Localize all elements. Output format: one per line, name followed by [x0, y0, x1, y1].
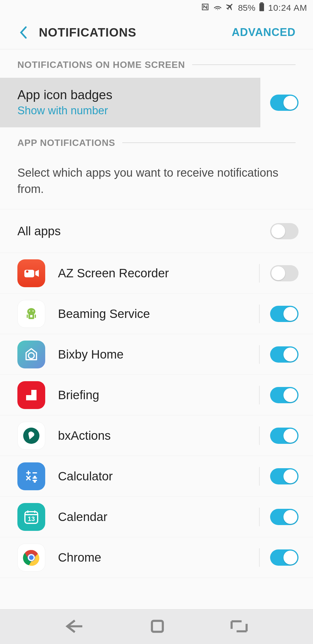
badges-title: App icon badges: [17, 88, 243, 102]
divider: [259, 386, 260, 404]
app-toggle[interactable]: [270, 509, 299, 525]
app-name: Chrome: [58, 551, 259, 565]
app-name: Beaming Service: [58, 307, 259, 321]
app-icon: [17, 422, 45, 450]
list-item[interactable]: Beaming Service: [0, 293, 313, 334]
app-toggle[interactable]: [270, 468, 299, 484]
app-name: bxActions: [58, 429, 259, 443]
divider: [259, 508, 260, 526]
nav-recents-button[interactable]: [230, 620, 249, 634]
svg-rect-9: [35, 314, 36, 318]
wifi-icon: [213, 2, 222, 14]
svg-rect-23: [152, 621, 163, 632]
app-icon: [17, 259, 45, 287]
airplane-icon: [226, 3, 234, 13]
app-icon: [17, 300, 45, 328]
app-icon: [17, 544, 45, 571]
svg-point-7: [32, 310, 34, 312]
app-name: AZ Screen Recorder: [58, 266, 259, 280]
app-toggle[interactable]: [270, 306, 299, 322]
divider: [122, 142, 296, 143]
divider: [259, 467, 260, 486]
section-app-notifications: APP NOTIFICATIONS: [0, 130, 313, 156]
app-icon: [17, 341, 45, 368]
list-item[interactable]: Briefing: [0, 375, 313, 415]
app-icon: [17, 578, 45, 589]
svg-point-3: [26, 270, 28, 273]
content: NOTIFICATIONS ON HOME SCREEN App icon ba…: [0, 49, 313, 609]
app-toggle[interactable]: [270, 428, 299, 444]
divider: [259, 426, 260, 445]
list-item[interactable]: AZ Screen Recorder: [0, 253, 313, 293]
app-icon: 13: [17, 503, 45, 531]
badges-toggle[interactable]: [270, 95, 299, 111]
divider: [259, 264, 260, 283]
badges-subtitle: Show with number: [17, 104, 243, 117]
app-toggle[interactable]: [270, 346, 299, 363]
app-icon: [17, 381, 45, 409]
svg-point-11: [28, 353, 34, 359]
svg-rect-2: [24, 270, 34, 277]
nav-back-button[interactable]: [64, 619, 85, 635]
app-name: Calendar: [58, 510, 259, 524]
list-item[interactable]: bxActions: [0, 415, 313, 456]
app-name: Bixby Home: [58, 348, 259, 361]
svg-rect-13: [26, 390, 31, 395]
app-icon: [17, 462, 45, 490]
list-item[interactable]: Bixby Home: [0, 334, 313, 375]
section-home-screen: NOTIFICATIONS ON HOME SCREEN: [0, 52, 313, 78]
svg-text:13: 13: [28, 515, 35, 522]
svg-point-16: [34, 481, 35, 482]
nfc-icon: [201, 3, 210, 13]
list-item[interactable]: Calculator: [0, 456, 313, 496]
status-bar: 85% 10:24 AM: [0, 0, 313, 16]
advanced-button[interactable]: ADVANCED: [232, 26, 296, 39]
all-apps-toggle[interactable]: [270, 223, 299, 239]
app-name: Calculator: [58, 469, 259, 483]
divider: [259, 305, 260, 323]
helper-text: Select which apps you want to receive no…: [0, 156, 313, 209]
divider: [259, 548, 260, 567]
app-name: Briefing: [58, 388, 259, 402]
all-apps-row[interactable]: All apps: [0, 209, 313, 253]
list-item[interactable]: 13Calendar: [0, 496, 313, 537]
list-item[interactable]: [0, 578, 313, 589]
svg-rect-0: [259, 3, 264, 11]
svg-rect-1: [260, 2, 263, 3]
clock-text: 10:24 AM: [268, 3, 307, 13]
all-apps-label: All apps: [17, 224, 270, 238]
app-toggle[interactable]: [270, 265, 299, 281]
svg-point-15: [34, 476, 35, 477]
app-toggle[interactable]: [270, 387, 299, 403]
navigation-bar: [0, 609, 313, 644]
app-icon-badges-row: App icon badges Show with number: [0, 78, 313, 127]
battery-text: 85%: [238, 3, 255, 13]
svg-rect-10: [30, 315, 32, 317]
divider: [259, 345, 260, 364]
app-toggle[interactable]: [270, 549, 299, 566]
section-label: APP NOTIFICATIONS: [17, 138, 115, 148]
svg-rect-8: [27, 314, 28, 318]
battery-icon: [259, 2, 265, 14]
nav-home-button[interactable]: [150, 619, 165, 635]
app-header: NOTIFICATIONS ADVANCED: [0, 16, 313, 49]
back-button[interactable]: [17, 27, 29, 38]
page-title: NOTIFICATIONS: [39, 26, 232, 39]
app-icon-badges-setting[interactable]: App icon badges Show with number: [0, 78, 260, 127]
divider: [192, 64, 296, 65]
list-item[interactable]: Chrome: [0, 537, 313, 578]
section-label: NOTIFICATIONS ON HOME SCREEN: [17, 59, 185, 70]
svg-point-6: [29, 310, 30, 312]
svg-point-22: [28, 555, 34, 560]
